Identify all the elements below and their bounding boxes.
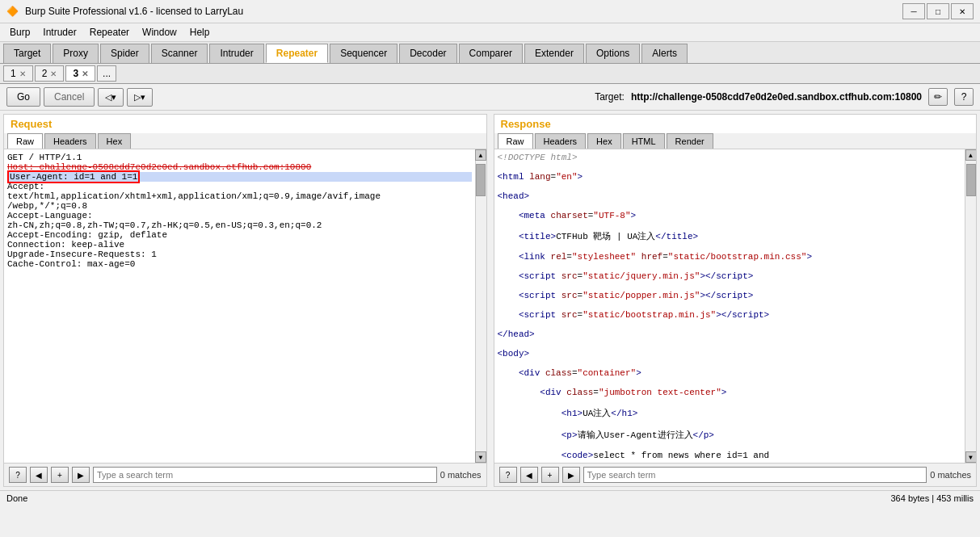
menu-item-burp[interactable]: Burp	[3, 25, 36, 40]
menu-item-window[interactable]: Window	[136, 25, 183, 40]
maximize-button[interactable]: □	[927, 3, 949, 19]
resp-line: <html lang="en">	[498, 172, 962, 182]
resp-scroll-down-arrow[interactable]: ▼	[965, 451, 977, 463]
resp-line: <body>	[498, 349, 962, 359]
main-tab-intruder[interactable]: Intruder	[209, 44, 263, 63]
response-panel: Response RawHeadersHexHTMLRender <!DOCTY…	[494, 114, 978, 487]
scroll-up-arrow[interactable]: ▲	[475, 149, 486, 161]
resp-line: </head>	[498, 329, 962, 339]
main-tab-decoder[interactable]: Decoder	[399, 44, 456, 63]
go-button[interactable]: Go	[6, 87, 40, 107]
request-search-bar: ? ◀ + ▶ 0 matches	[4, 463, 486, 486]
response-scrollbar[interactable]: ▲ ▼	[965, 149, 976, 463]
repeater-tab-3[interactable]: 3 ✕	[65, 65, 95, 82]
menu-item-intruder[interactable]: Intruder	[36, 25, 82, 40]
resp-line: <head>	[498, 191, 962, 201]
main-tab-extender[interactable]: Extender	[524, 44, 584, 63]
request-tab-headers[interactable]: Headers	[44, 133, 96, 149]
main-tab-repeater[interactable]: Repeater	[266, 44, 328, 63]
request-scrollbar[interactable]: ▲ ▼	[475, 149, 486, 463]
resp-line: <h1>UA注入</h1>	[498, 407, 962, 419]
cancel-button[interactable]: Cancel	[44, 87, 95, 107]
main-tab-sequencer[interactable]: Sequencer	[330, 44, 397, 63]
main-tab-bar: TargetProxySpiderScannerIntruderRepeater…	[0, 42, 980, 64]
status-right: 364 bytes | 453 millis	[890, 493, 974, 503]
back-button[interactable]: ◁▾	[98, 88, 124, 107]
request-line: User-Agent: id=1 and 1=1	[7, 172, 472, 182]
resp-line: <script src="static/bootstrap.min.js"></…	[498, 310, 962, 320]
edit-target-button[interactable]: ✏	[928, 88, 948, 106]
resp-line: <p>请输入User-Agent进行注入</p>	[498, 429, 962, 441]
resp-line: <link rel="stylesheet" href="static/boot…	[498, 252, 962, 262]
target-label: Target:	[595, 91, 625, 103]
request-line: zh-CN,zh;q=0.8,zh-TW;q=0.7,zh-HK;q=0.5,e…	[7, 220, 472, 230]
main-tab-scanner[interactable]: Scanner	[151, 44, 208, 63]
app-icon: 🔶	[6, 6, 19, 18]
response-tab-html[interactable]: HTML	[623, 133, 665, 149]
menu-item-repeater[interactable]: Repeater	[83, 25, 136, 40]
tab-close-icon[interactable]: ✕	[19, 69, 26, 78]
request-content[interactable]: GET / HTTP/1.1Host: challenge-0508cdd7e0…	[4, 149, 475, 463]
request-prev-btn[interactable]: ◀	[30, 467, 48, 483]
tab-close-icon[interactable]: ✕	[50, 69, 57, 78]
status-left: Done	[6, 493, 27, 503]
main-tab-options[interactable]: Options	[586, 44, 640, 63]
request-line: Accept-Encoding: gzip, deflate	[7, 230, 472, 240]
response-tab-render[interactable]: Render	[667, 133, 713, 149]
response-tab-headers[interactable]: Headers	[535, 133, 587, 149]
response-match-count: 0 matches	[930, 470, 971, 480]
response-title: Response	[494, 115, 977, 133]
request-line: Cache-Control: max-age=0	[7, 259, 472, 269]
request-line: Upgrade-Insecure-Requests: 1	[7, 250, 472, 259]
response-next-btn[interactable]: ▶	[562, 467, 580, 483]
minimize-button[interactable]: ─	[902, 3, 925, 19]
help-button[interactable]: ?	[954, 88, 974, 106]
request-tab-hex[interactable]: Hex	[98, 133, 132, 149]
response-content[interactable]: <!DOCTYPE html> <html lang="en"> <head> …	[494, 149, 965, 463]
response-search-input[interactable]	[583, 467, 927, 483]
request-tab-raw[interactable]: Raw	[7, 133, 43, 149]
main-tab-alerts[interactable]: Alerts	[641, 44, 688, 63]
repeater-tab-more[interactable]: ...	[97, 65, 116, 82]
title-bar-left: 🔶 Burp Suite Professional v1.6 - license…	[6, 6, 243, 18]
resp-line: <!DOCTYPE html>	[498, 153, 962, 162]
scroll-down-arrow[interactable]: ▼	[475, 451, 486, 463]
request-add-btn[interactable]: +	[51, 467, 69, 483]
request-search-input[interactable]	[93, 467, 437, 483]
resp-scroll-up-arrow[interactable]: ▲	[965, 149, 977, 161]
main-tab-spider[interactable]: Spider	[100, 44, 149, 63]
title-bar: 🔶 Burp Suite Professional v1.6 - license…	[0, 0, 980, 23]
request-line: Connection: keep-alive	[7, 240, 472, 250]
request-next-btn[interactable]: ▶	[72, 467, 90, 483]
main-tab-proxy[interactable]: Proxy	[53, 44, 99, 63]
response-tab-hex[interactable]: Hex	[587, 133, 621, 149]
resp-line: <code>select * from news where id=1 and	[498, 451, 962, 460]
main-tab-target[interactable]: Target	[3, 44, 51, 63]
response-tab-raw[interactable]: Raw	[498, 133, 533, 149]
tab-close-icon[interactable]: ✕	[82, 69, 88, 78]
response-add-btn[interactable]: +	[541, 467, 559, 483]
toolbar: Go Cancel ◁▾ ▷▾ Target: http://challenge…	[0, 84, 980, 111]
request-match-count: 0 matches	[440, 470, 482, 480]
response-prev-btn[interactable]: ◀	[520, 467, 538, 483]
request-help-btn[interactable]: ?	[9, 467, 27, 483]
request-content-area: GET / HTTP/1.1Host: challenge-0508cdd7e0…	[4, 149, 486, 463]
forward-button[interactable]: ▷▾	[127, 88, 153, 107]
status-bar: Done 364 bytes | 453 millis	[0, 490, 980, 506]
resp-line: <script src="static/popper.min.js"></scr…	[498, 291, 962, 300]
scroll-thumb[interactable]	[476, 164, 486, 196]
close-button[interactable]: ✕	[951, 3, 974, 19]
response-help-btn[interactable]: ?	[499, 467, 517, 483]
repeater-tab-2[interactable]: 2 ✕	[35, 65, 65, 82]
repeater-tab-1[interactable]: 1 ✕	[3, 65, 33, 82]
request-line: Accept-Language:	[7, 211, 472, 220]
target-url: http://challenge-0508cdd7e0d2e0ed.sandbo…	[631, 91, 922, 103]
window-controls: ─ □ ✕	[902, 3, 974, 19]
main-tab-comparer[interactable]: Comparer	[459, 44, 523, 63]
request-line: /webp,*/*;q=0.8	[7, 201, 472, 211]
menu-item-help[interactable]: Help	[183, 25, 217, 40]
resp-scroll-thumb[interactable]	[966, 164, 976, 196]
app-title: Burp Suite Professional v1.6 - licensed …	[25, 6, 243, 17]
target-info: Target: http://challenge-0508cdd7e0d2e0e…	[595, 88, 974, 106]
request-panel: Request RawHeadersHex GET / HTTP/1.1Host…	[3, 114, 487, 487]
